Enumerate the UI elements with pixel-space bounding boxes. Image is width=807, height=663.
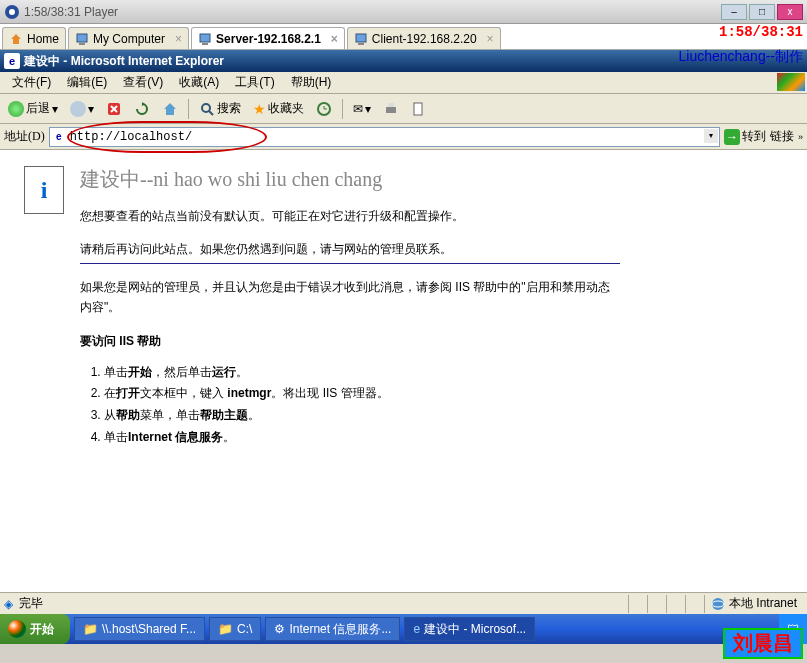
address-label: 地址(D) bbox=[4, 128, 45, 145]
menu-edit[interactable]: 编辑(E) bbox=[59, 72, 115, 93]
vm-tab-home[interactable]: Home bbox=[2, 27, 66, 49]
menu-tools[interactable]: 工具(T) bbox=[227, 72, 282, 93]
player-titlebar: 1:58/38:31 Player – □ x bbox=[0, 0, 807, 24]
search-icon bbox=[199, 101, 215, 117]
home-button[interactable] bbox=[158, 99, 182, 119]
vm-tab-client[interactable]: Client-192.168.2.20 × bbox=[347, 27, 501, 49]
mail-icon: ✉ bbox=[353, 102, 363, 116]
menu-favorites[interactable]: 收藏(A) bbox=[171, 72, 227, 93]
zone-label: 本地 Intranet bbox=[729, 595, 797, 612]
svg-rect-12 bbox=[386, 107, 396, 113]
intranet-icon bbox=[711, 597, 725, 611]
svg-rect-14 bbox=[414, 103, 422, 115]
refresh-button[interactable] bbox=[130, 99, 154, 119]
start-label: 开始 bbox=[30, 621, 54, 638]
links-chevron-icon[interactable]: » bbox=[798, 132, 803, 142]
page-step-2: 在打开文本框中，键入 inetmgr。将出现 IIS 管理器。 bbox=[104, 383, 620, 405]
ie-toolbar: 后退 ▾ ▾ 搜索 ★ 收藏夹 ✉▾ bbox=[0, 94, 807, 124]
ie-icon: e bbox=[4, 53, 20, 69]
svg-rect-2 bbox=[77, 34, 87, 42]
vm-tab-label: My Computer bbox=[93, 32, 165, 46]
svg-rect-3 bbox=[79, 43, 85, 45]
svg-rect-5 bbox=[202, 43, 208, 45]
tab-close-icon[interactable]: × bbox=[331, 32, 338, 46]
pc-icon bbox=[75, 32, 89, 46]
star-icon: ★ bbox=[253, 101, 266, 117]
edit-icon bbox=[411, 101, 427, 117]
back-label: 后退 bbox=[26, 100, 50, 117]
folder-icon: 📁 bbox=[218, 622, 233, 636]
mail-button[interactable]: ✉▾ bbox=[349, 100, 375, 118]
vm-tab-label: Server-192.168.2.1 bbox=[216, 32, 321, 46]
taskbar-item-label: \\.host\Shared F... bbox=[102, 622, 196, 636]
go-button[interactable]: → 转到 bbox=[724, 128, 766, 145]
favorites-button[interactable]: ★ 收藏夹 bbox=[249, 98, 308, 119]
page-steps-list: 单击开始，然后单击运行。 在打开文本框中，键入 inetmgr。将出现 IIS … bbox=[104, 362, 620, 448]
ie-icon: e bbox=[413, 622, 420, 636]
history-button[interactable] bbox=[312, 99, 336, 119]
home-icon bbox=[9, 32, 23, 46]
start-button[interactable]: 开始 bbox=[0, 614, 70, 644]
player-title-text: 1:58/38:31 Player bbox=[24, 5, 721, 19]
tab-close-icon[interactable]: × bbox=[175, 32, 182, 46]
page-step-4: 单击Internet 信息服务。 bbox=[104, 427, 620, 449]
taskbar-item-label: 建设中 - Microsof... bbox=[424, 621, 526, 638]
taskbar-item-cdrive[interactable]: 📁 C:\ bbox=[209, 617, 261, 641]
menu-file[interactable]: 文件(F) bbox=[4, 72, 59, 93]
ie-addressbar: 地址(D) e ▾ → 转到 链接 » bbox=[0, 124, 807, 150]
search-button[interactable]: 搜索 bbox=[195, 98, 245, 119]
stop-button[interactable] bbox=[102, 99, 126, 119]
page-paragraph-3: 如果您是网站的管理员，并且认为您是由于错误才收到此消息，请参阅 IIS 帮助中的… bbox=[80, 278, 620, 316]
dropdown-icon: ▾ bbox=[52, 102, 58, 116]
dropdown-icon: ▾ bbox=[365, 102, 371, 116]
svg-rect-6 bbox=[356, 34, 366, 42]
forward-button[interactable]: ▾ bbox=[66, 99, 98, 119]
back-button[interactable]: 后退 ▾ bbox=[4, 98, 62, 119]
vm-tab-mycomputer[interactable]: My Computer × bbox=[68, 27, 189, 49]
maximize-button[interactable]: □ bbox=[749, 4, 775, 20]
taskbar-item-iis[interactable]: ⚙ Internet 信息服务... bbox=[265, 617, 400, 641]
go-arrow-icon: → bbox=[724, 129, 740, 145]
windows-start-icon bbox=[8, 620, 26, 638]
tab-close-icon[interactable]: × bbox=[487, 32, 494, 46]
windows-taskbar: 开始 📁 \\.host\Shared F... 📁 C:\ ⚙ Interne… bbox=[0, 614, 807, 644]
player-icon bbox=[4, 4, 20, 20]
dropdown-icon: ▾ bbox=[88, 102, 94, 116]
folder-icon: 📁 bbox=[83, 622, 98, 636]
links-label[interactable]: 链接 bbox=[770, 128, 794, 145]
edit-button[interactable] bbox=[407, 99, 431, 119]
svg-point-15 bbox=[712, 598, 724, 610]
close-button[interactable]: x bbox=[777, 4, 803, 20]
menu-help[interactable]: 帮助(H) bbox=[283, 72, 340, 93]
vm-tab-bar: Home My Computer × Server-192.168.2.1 × … bbox=[0, 24, 807, 50]
print-button[interactable] bbox=[379, 99, 403, 119]
page-subheading: 要访问 IIS 帮助 bbox=[80, 333, 620, 350]
ie-page-icon: e bbox=[51, 129, 67, 145]
forward-icon bbox=[70, 101, 86, 117]
go-label: 转到 bbox=[742, 128, 766, 145]
windows-logo-icon bbox=[777, 73, 805, 91]
svg-point-9 bbox=[202, 104, 210, 112]
overlay-name-annotation: 刘晨昌 bbox=[723, 628, 803, 659]
page-content-area: i 建设中--ni hao wo shi liu chen chang 您想要查… bbox=[0, 150, 807, 592]
overlay-timestamp: 1:58/38:31 bbox=[719, 24, 803, 40]
taskbar-item-shared[interactable]: 📁 \\.host\Shared F... bbox=[74, 617, 205, 641]
address-input[interactable] bbox=[49, 127, 720, 147]
taskbar-item-ie[interactable]: e 建设中 - Microsof... bbox=[404, 617, 535, 641]
vm-tab-label: Home bbox=[27, 32, 59, 46]
ie-page-icon: ◈ bbox=[4, 597, 13, 611]
minimize-button[interactable]: – bbox=[721, 4, 747, 20]
favorites-label: 收藏夹 bbox=[268, 100, 304, 117]
info-icon: i bbox=[24, 166, 64, 214]
address-dropdown[interactable]: ▾ bbox=[704, 129, 718, 143]
svg-line-10 bbox=[209, 111, 213, 115]
print-icon bbox=[383, 101, 399, 117]
svg-point-1 bbox=[9, 9, 15, 15]
iis-icon: ⚙ bbox=[274, 622, 285, 636]
menu-view[interactable]: 查看(V) bbox=[115, 72, 171, 93]
overlay-author: Liuchenchang--制作 bbox=[678, 48, 803, 66]
svg-rect-13 bbox=[388, 103, 394, 107]
svg-rect-7 bbox=[358, 43, 364, 45]
vm-tab-server[interactable]: Server-192.168.2.1 × bbox=[191, 27, 345, 49]
page-step-3: 从帮助菜单，单击帮助主题。 bbox=[104, 405, 620, 427]
